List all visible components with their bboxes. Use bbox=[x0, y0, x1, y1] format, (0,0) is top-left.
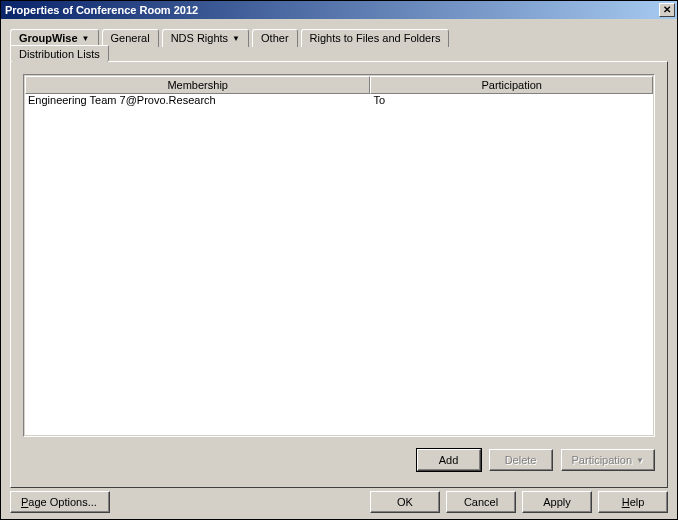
button-label: Page Options... bbox=[21, 496, 97, 508]
tab-label: GroupWise bbox=[19, 32, 78, 44]
button-label: Delete bbox=[505, 454, 537, 466]
add-button[interactable]: Add bbox=[417, 449, 481, 471]
secondary-tabs: Distribution Lists bbox=[10, 45, 668, 62]
chevron-down-icon: ▼ bbox=[232, 34, 240, 43]
tab-general[interactable]: General bbox=[102, 29, 159, 47]
tab-label: NDS Rights bbox=[171, 32, 228, 44]
tab-label: Other bbox=[261, 32, 289, 44]
grid-header: Membership Participation bbox=[25, 76, 653, 94]
chevron-down-icon: ▼ bbox=[82, 34, 90, 43]
button-label: Add bbox=[439, 454, 459, 466]
close-button[interactable]: ✕ bbox=[659, 3, 675, 17]
content-panel: Membership Participation Engineering Tea… bbox=[10, 61, 668, 488]
column-header-participation[interactable]: Participation bbox=[370, 76, 653, 94]
tab-other[interactable]: Other bbox=[252, 29, 298, 47]
chevron-down-icon: ▼ bbox=[636, 456, 644, 465]
properties-dialog: Properties of Conference Room 2012 ✕ Gro… bbox=[0, 0, 678, 520]
subtab-distribution-lists[interactable]: Distribution Lists bbox=[10, 45, 109, 62]
button-label: Help bbox=[622, 496, 645, 508]
column-header-membership[interactable]: Membership bbox=[25, 76, 370, 94]
tab-rights-files-folders[interactable]: Rights to Files and Folders bbox=[301, 29, 450, 47]
grid-body[interactable]: Engineering Team 7@Provo.Research To bbox=[25, 94, 653, 435]
subtab-label: Distribution Lists bbox=[19, 48, 100, 60]
titlebar: Properties of Conference Room 2012 ✕ bbox=[1, 1, 677, 19]
close-icon: ✕ bbox=[663, 5, 671, 15]
window-title: Properties of Conference Room 2012 bbox=[5, 4, 198, 16]
page-options-button[interactable]: Page Options... bbox=[10, 491, 110, 513]
tab-label: Rights to Files and Folders bbox=[310, 32, 441, 44]
help-button[interactable]: Help bbox=[598, 491, 668, 513]
bottom-bar: Page Options... OK Cancel Apply Help bbox=[10, 491, 668, 513]
client-area: GroupWise ▼ General NDS Rights ▼ Other R… bbox=[1, 19, 677, 519]
ok-button[interactable]: OK bbox=[370, 491, 440, 513]
tab-label: General bbox=[111, 32, 150, 44]
dialog-buttons: OK Cancel Apply Help bbox=[370, 491, 668, 513]
participation-button: Participation ▼ bbox=[561, 449, 655, 471]
table-row[interactable]: Engineering Team 7@Provo.Research To bbox=[25, 94, 653, 109]
cell-participation: To bbox=[370, 94, 653, 109]
button-label: Participation bbox=[572, 454, 633, 466]
button-label: Apply bbox=[543, 496, 571, 508]
button-label: Cancel bbox=[464, 496, 498, 508]
apply-button[interactable]: Apply bbox=[522, 491, 592, 513]
button-label: OK bbox=[397, 496, 413, 508]
grid-container: Membership Participation Engineering Tea… bbox=[23, 74, 655, 437]
action-button-row: Add Delete Participation ▼ bbox=[23, 449, 655, 471]
cell-membership: Engineering Team 7@Provo.Research bbox=[25, 94, 370, 109]
delete-button: Delete bbox=[489, 449, 553, 471]
primary-tabs: GroupWise ▼ General NDS Rights ▼ Other R… bbox=[10, 28, 668, 46]
cancel-button[interactable]: Cancel bbox=[446, 491, 516, 513]
tab-nds-rights[interactable]: NDS Rights ▼ bbox=[162, 29, 249, 47]
